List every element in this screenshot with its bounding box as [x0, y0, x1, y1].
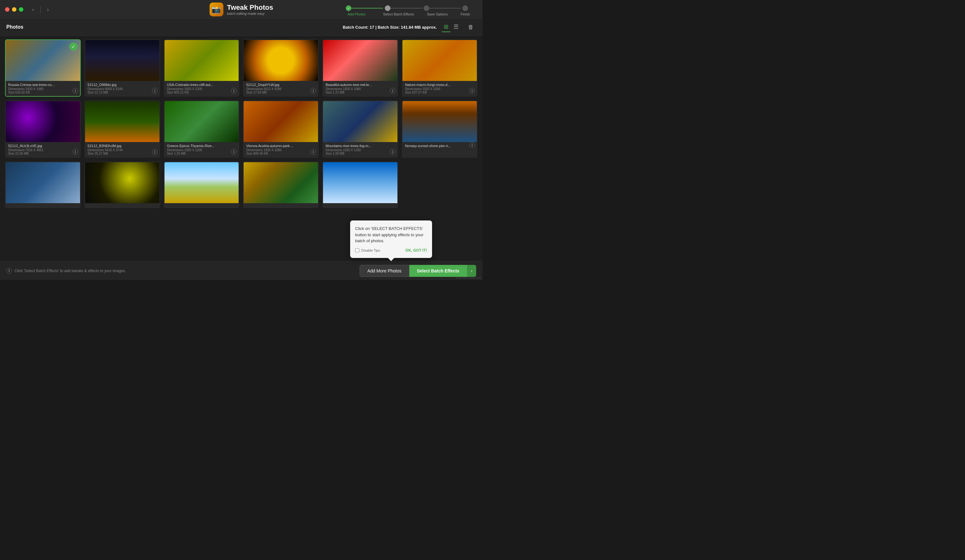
- photo-name: 52112_O9lIlblo.jpg: [88, 83, 157, 87]
- grid-view-button[interactable]: ⊞: [442, 22, 450, 32]
- add-more-photos-button[interactable]: Add More Photos: [360, 265, 409, 277]
- batch-count-info: Batch Count: 17 | Batch Size: 141.64 MB …: [343, 25, 437, 29]
- photo-thumbnail: [323, 101, 397, 142]
- photo-card[interactable]: USA-Colorado-trees-cliff-aut...Dimension…: [164, 39, 239, 97]
- list-view-button[interactable]: ☰: [451, 22, 460, 32]
- step-add-photos: ✓ Add Photos: [346, 5, 383, 16]
- photo-size: Size 1.00 MB: [325, 152, 395, 155]
- photo-card[interactable]: [243, 162, 319, 208]
- batch-size-value: 141.64 MB approx.: [401, 25, 437, 29]
- photo-info: [6, 203, 80, 207]
- photo-thumbnail: [6, 101, 80, 142]
- photo-card[interactable]: [5, 162, 81, 208]
- photo-dimensions: Dimensions 8000 X 5340: [88, 87, 157, 91]
- progress-steps: ✓ Add Photos Select Batch Effects Save O…: [346, 3, 470, 16]
- photo-name: Russia-Crimea-sea-trees-co...: [8, 83, 77, 87]
- disable-tips-label[interactable]: Disable Tips: [355, 248, 380, 253]
- bottom-buttons: Add More Photos Select Batch Effects ›: [360, 265, 476, 277]
- step-dot-1: ✓: [346, 5, 352, 11]
- photo-name: 52112_AUz3LxVE.jpg: [8, 144, 77, 148]
- photo-thumbnail: [244, 162, 318, 203]
- photo-card[interactable]: Mountains-river-trees-fog-m...Dimensions…: [322, 100, 398, 158]
- photo-card[interactable]: ✓Russia-Crimea-sea-trees-co...Dimensions…: [5, 39, 81, 97]
- tooltip-text: Click on 'SELECT BATCH EFFECTS' button t…: [355, 226, 424, 243]
- bottom-hint: ℹ Click 'Select Batch Effects' to add tw…: [6, 268, 126, 274]
- photo-dimensions: Dimensions 7016 X 4961: [8, 149, 77, 152]
- minimize-button[interactable]: [12, 7, 16, 11]
- photo-name: 52112_B3NEKclM.jpg: [88, 144, 157, 148]
- select-batch-effects-button[interactable]: Select Batch Effects: [409, 265, 467, 277]
- photo-info: 52112_B3NEKclM.jpgDimensions 5616 X 3744…: [85, 142, 159, 157]
- photo-card[interactable]: [85, 162, 160, 208]
- photo-dimensions: Dimensions 1920 X 1200: [325, 149, 395, 152]
- photo-thumbnail: [85, 101, 159, 142]
- photo-info: 52112_O9lIlblo.jpgDimensions 8000 X 5340…: [85, 81, 159, 96]
- disable-tips-checkbox[interactable]: [355, 248, 359, 252]
- nav-arrows: ‹ ›: [29, 5, 51, 14]
- photo-info: Mountains-river-trees-fog-m...Dimensions…: [323, 142, 397, 157]
- info-icon[interactable]: ℹ: [469, 142, 475, 148]
- section-title: Photos: [6, 24, 23, 30]
- tooltip-popup: Click on 'SELECT BATCH EFFECTS' button t…: [350, 220, 432, 258]
- photo-card[interactable]: [164, 162, 239, 208]
- photo-dimensions: Dimensions 1920 X 1080: [8, 87, 77, 91]
- step-label-2: Select Batch Effects: [383, 12, 414, 16]
- photo-card[interactable]: Norway-sunset-shore-pier-ri...ℹ: [402, 100, 478, 158]
- toolbar-right: Batch Count: 17 | Batch Size: 141.64 MB …: [343, 22, 476, 32]
- photo-card[interactable]: 52112_AUz3LxVE.jpgDimensions 7016 X 4961…: [5, 100, 81, 158]
- photo-info: Vienna-Austria-autumn-park-...Dimensions…: [244, 142, 318, 157]
- info-icon[interactable]: ℹ: [72, 149, 78, 155]
- info-icon[interactable]: ℹ: [72, 88, 78, 93]
- app-title-center: 📸 Tweak Photos batch editing made easy: [209, 3, 273, 16]
- photo-dimensions: Dimensions 1920 X 1200: [167, 87, 236, 91]
- photo-size: Size 22.13 MB: [88, 91, 157, 94]
- photo-card[interactable]: [322, 162, 398, 208]
- info-icon[interactable]: ℹ: [152, 149, 157, 155]
- photo-dimensions: Dimensions 5616 X 3744: [88, 149, 157, 152]
- step-connector-2: [391, 8, 422, 8]
- step-connector-3: [429, 8, 461, 8]
- maximize-button[interactable]: [19, 7, 23, 11]
- photo-info: Nature-macro-fungi-moss-d...Dimensions 1…: [402, 81, 477, 96]
- photo-card[interactable]: Nature-macro-fungi-moss-d...Dimensions 1…: [402, 39, 478, 97]
- photo-card[interactable]: Greece-Epirus-Thyamis-Rive...Dimensions …: [164, 100, 239, 158]
- batch-size-label: Batch Size:: [378, 25, 400, 29]
- step-label-1: Add Photos: [348, 12, 366, 16]
- photo-dimensions: Dimensions 1920 X 1200: [405, 87, 474, 91]
- toolbar: Photos Batch Count: 17 | Batch Size: 141…: [0, 19, 483, 36]
- photo-card[interactable]: 52112_O9lIlblo.jpgDimensions 8000 X 5340…: [85, 39, 160, 97]
- tooltip-ok-button[interactable]: OK, GOT IT!: [405, 248, 427, 253]
- photo-dimensions: Dimensions 1920 X 1200: [167, 149, 236, 152]
- info-icon[interactable]: ℹ: [469, 88, 475, 93]
- photo-card[interactable]: 52112_B3NEKclM.jpgDimensions 5616 X 3744…: [85, 100, 160, 158]
- view-icons: ⊞ ☰: [442, 22, 460, 32]
- info-icon[interactable]: ℹ: [152, 88, 157, 93]
- photo-info: Russia-Crimea-sea-trees-co...Dimensions …: [6, 81, 80, 96]
- delete-button[interactable]: 🗑: [466, 23, 476, 32]
- title-bar: ‹ › 📸 Tweak Photos batch editing made ea…: [0, 0, 483, 19]
- photo-card[interactable]: Beautiful-autumn-tree-red-le...Dimension…: [322, 39, 398, 97]
- photo-size: Size 809.40 KB: [246, 152, 316, 155]
- photo-card[interactable]: Vienna-Austria-autumn-park-...Dimensions…: [243, 100, 319, 158]
- photo-info: [85, 203, 159, 207]
- forward-button[interactable]: ›: [44, 5, 51, 14]
- nav-divider: [40, 6, 41, 13]
- select-effects-arrow-button[interactable]: ›: [467, 265, 476, 277]
- step-connector-1: [352, 8, 383, 8]
- photo-info: Greece-Epirus-Thyamis-Rive...Dimensions …: [165, 142, 239, 157]
- photo-thumbnail: [402, 101, 477, 142]
- close-button[interactable]: [5, 7, 10, 11]
- photo-size: Size 22.56 MB: [8, 152, 77, 155]
- photo-thumbnail: [323, 162, 397, 203]
- photo-name: Greece-Epirus-Thyamis-Rive...: [167, 144, 236, 148]
- disable-tips-text: Disable Tips: [361, 248, 380, 253]
- photo-card[interactable]: 52112_DsqolYLW.jpgDimensions 6912 X 4296…: [243, 39, 319, 97]
- app-icon-emoji: 📸: [211, 5, 221, 14]
- back-button[interactable]: ‹: [29, 5, 36, 14]
- app-name: Tweak Photos: [227, 3, 273, 11]
- photo-name: 52112_DsqolYLW.jpg: [246, 83, 316, 87]
- photo-info: 52112_AUz3LxVE.jpgDimensions 7016 X 4961…: [6, 142, 80, 157]
- photo-info: Norway-sunset-shore-pier-ri...ℹ: [402, 142, 477, 150]
- photo-name: Mountains-river-trees-fog-m...: [325, 144, 395, 148]
- step-dot-3: [424, 5, 429, 11]
